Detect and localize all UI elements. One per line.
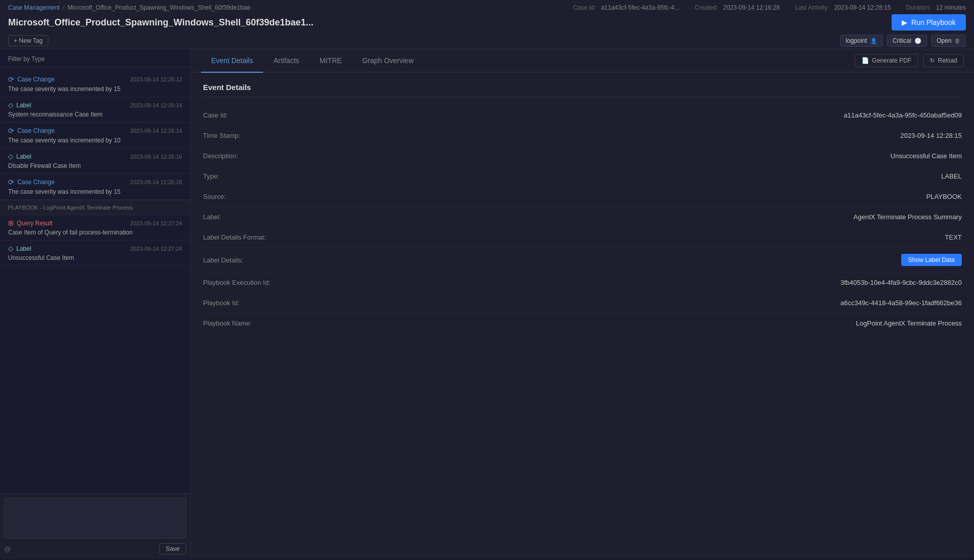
new-tag-button[interactable]: + New Tag (8, 35, 48, 46)
detail-value: LABEL (941, 172, 962, 180)
save-button[interactable]: Save (159, 543, 186, 554)
header-last-activity-value: 2023-09-14 12:28:15 (834, 4, 891, 11)
event-list: ⟳ Case Change 2023-09-14 12:26:12 The ca… (0, 67, 190, 493)
event-header: ⟳ Case Change 2023-09-14 12:26:12 (8, 75, 182, 83)
table-row: Playbook Name:LogPoint AgentX Terminate … (203, 313, 962, 334)
generate-pdf-label: Generate PDF (872, 57, 911, 64)
tab-graph-overview[interactable]: Graph Overview (352, 49, 424, 73)
event-desc: The case severity was incremented by 10 (8, 137, 182, 144)
pdf-icon: 📄 (862, 57, 869, 64)
detail-label: Label Details Format: (203, 233, 295, 241)
status-value: Open (937, 37, 952, 44)
tabs-bar: Event DetailsArtifactsMITREGraph Overvie… (191, 49, 974, 73)
event-details-panel: Event Details Case Id:a11a43cf-5fec-4a3a… (191, 73, 974, 558)
list-item[interactable]: ⊞ Query Result 2023-09-14 12:27:24 Case … (0, 215, 190, 241)
tab-event-details[interactable]: Event Details (201, 49, 263, 73)
run-playbook-button[interactable]: ▶ Run Playbook (892, 14, 966, 31)
event-type-label: Label (16, 102, 31, 109)
breadcrumb: Case Management / Microsoft_Office_Produ… (8, 4, 966, 11)
event-time: 2023-09-14 12:26:16 (130, 154, 182, 160)
assignee-control[interactable]: logpoint 👤 (840, 35, 883, 47)
event-type-label: Case Change (17, 179, 54, 186)
generate-pdf-button[interactable]: 📄 Generate PDF (855, 54, 918, 67)
comment-footer: @ Save (4, 543, 186, 554)
event-desc: The case severity was incremented by 15 (8, 85, 182, 93)
breadcrumb-separator: / (63, 4, 64, 11)
event-type: ⟳ Case Change (8, 75, 54, 83)
detail-label: Label Details: (203, 256, 295, 264)
tab-artifacts[interactable]: Artifacts (263, 49, 309, 73)
list-item[interactable]: ⟳ Case Change 2023-09-14 12:26:14 The ca… (0, 123, 190, 149)
table-row: Label Details:Show Label Data (203, 248, 962, 273)
list-item[interactable]: ⟳ Case Change 2023-09-14 12:26:16 The ca… (0, 174, 190, 200)
detail-label: Source: (203, 193, 295, 200)
list-item[interactable]: ◇ Label 2023-09-14 12:27:24 Unsuccessful… (0, 241, 190, 266)
event-type: ◇ Label (8, 101, 31, 109)
detail-label: Type: (203, 172, 295, 180)
assignee-value: logpoint (846, 37, 867, 44)
detail-value: AgentX Terminate Process Summary (853, 213, 962, 221)
tabs: Event DetailsArtifactsMITREGraph Overvie… (201, 49, 424, 72)
label-icon: ◇ (8, 245, 13, 252)
detail-value: TEXT (945, 233, 962, 241)
header-last-activity-label: Last Activity: (795, 4, 829, 11)
event-type-label: Case Change (17, 76, 54, 83)
event-time: 2023-09-14 12:27:24 (130, 246, 182, 252)
detail-value: Unsuccessful Case Item (891, 152, 962, 160)
header-case-id-label: Case Id: (573, 4, 596, 11)
event-type: ⊞ Query Result (8, 219, 52, 227)
table-row: Time Stamp:2023-09-14 12:28:15 (203, 126, 962, 146)
sidebar: Filter by Type ⟳ Case Change 2023-09-14 … (0, 49, 191, 558)
event-header: ⟳ Case Change 2023-09-14 12:26:14 (8, 127, 182, 135)
label-icon: ◇ (8, 101, 13, 109)
reload-button[interactable]: ↻ Reload (923, 54, 964, 67)
at-sign: @ (4, 545, 11, 553)
event-desc: The case severity was incremented by 15 (8, 188, 182, 195)
event-header: ⊞ Query Result 2023-09-14 12:27:24 (8, 219, 182, 227)
header-controls: logpoint 👤 Critical 🕐 Open 🗑 (840, 35, 966, 47)
event-time: 2023-09-14 12:26:14 (130, 102, 182, 108)
label-icon: ◇ (8, 153, 13, 160)
filter-label: Filter by Type (0, 49, 190, 67)
event-type: ⟳ Case Change (8, 127, 54, 135)
playbook-header: PLAYBOOK - LogPoint AgentX Terminate Pro… (0, 200, 190, 215)
severity-control[interactable]: Critical 🕐 (887, 35, 927, 47)
event-header: ◇ Label 2023-09-14 12:27:24 (8, 245, 182, 252)
detail-label: Playbook Execution Id: (203, 279, 295, 286)
event-header: ◇ Label 2023-09-14 12:26:16 (8, 153, 182, 160)
list-item[interactable]: ◇ Label 2023-09-14 12:26:16 Disable Fire… (0, 149, 190, 174)
list-item[interactable]: ◇ Label 2023-09-14 12:26:14 System recon… (0, 97, 190, 123)
case-change-icon: ⟳ (8, 75, 14, 83)
meta-row: + New Tag logpoint 👤 Critical 🕐 Open 🗑 (8, 35, 966, 47)
event-desc: Disable Firewall Case Item (8, 162, 182, 169)
breadcrumb-parent[interactable]: Case Management (8, 4, 60, 11)
detail-label: Description: (203, 152, 295, 160)
header-duration-value: 12 minutes (936, 4, 966, 11)
trash-icon: 🗑 (955, 38, 960, 44)
title-row: Microsoft_Office_Product_Spawning_Window… (8, 14, 966, 31)
show-label-data-button[interactable]: Show Label Data (901, 254, 962, 266)
detail-value: a6cc349c-4418-4a58-99ec-1fadf662be36 (840, 299, 962, 307)
table-row: Label Details Format:TEXT (203, 227, 962, 248)
reload-label: Reload (938, 57, 957, 64)
header-duration-label: Duration: (906, 4, 931, 11)
table-row: Playbook Execution Id:3fb4053b-10e4-4fa9… (203, 273, 962, 293)
comment-input[interactable] (4, 498, 186, 539)
detail-label: Label: (203, 213, 295, 221)
user-icon: 👤 (870, 38, 877, 44)
list-item[interactable]: ⟳ Case Change 2023-09-14 12:26:12 The ca… (0, 71, 190, 97)
event-time: 2023-09-14 12:26:12 (130, 76, 182, 82)
event-desc: Unsuccessful Case Item (8, 254, 182, 261)
header-created-label: Created: (695, 4, 718, 11)
detail-label: Playbook Id: (203, 299, 295, 307)
table-row: Description:Unsuccessful Case Item (203, 146, 962, 166)
tab-mitre[interactable]: MITRE (309, 49, 352, 73)
table-row: Case Id:a11a43cf-5fec-4a3a-95fc-450abaf5… (203, 105, 962, 126)
detail-label: Playbook Name: (203, 319, 295, 327)
tab-actions: 📄 Generate PDF ↻ Reload (855, 54, 964, 67)
header-created-value: 2023-09-14 12:16:28 (723, 4, 780, 11)
header-case-id-value: a11a43cf-5fec-4a3a-95fc-4... (601, 4, 679, 11)
event-time: 2023-09-14 12:27:24 (130, 220, 182, 226)
event-type-label: Query Result (17, 220, 52, 227)
status-control[interactable]: Open 🗑 (931, 35, 966, 47)
